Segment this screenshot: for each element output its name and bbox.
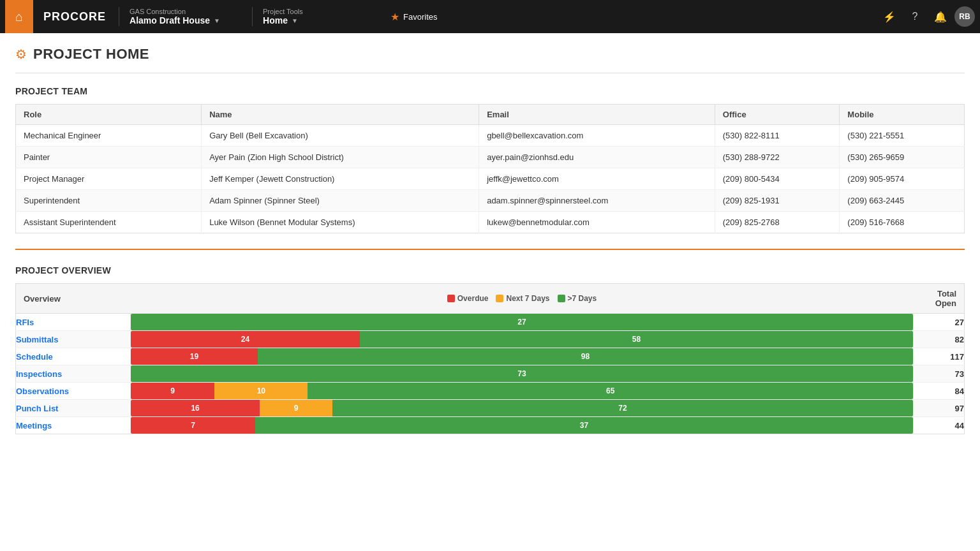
overview-row-label[interactable]: Punch List xyxy=(16,400,131,417)
bar-segment-yellow: 10 xyxy=(214,383,308,399)
bar-segment-green: 98 xyxy=(258,348,913,365)
power-icon-button[interactable]: ⚡ xyxy=(878,5,901,28)
page-title: PROJECT HOME xyxy=(33,46,149,62)
nav-divider-1 xyxy=(119,7,119,26)
overview-chart-header: Overdue Next 7 Days >7 Days xyxy=(131,284,914,314)
nav-right-actions: ⚡ ? 🔔 RB xyxy=(878,5,975,28)
section-orange-divider xyxy=(15,249,965,250)
team-header-row: Role Name Email Office Mobile xyxy=(16,105,965,125)
overview-row-label[interactable]: Inspections xyxy=(16,365,131,383)
team-cell-name: Adam Spinner (Spinner Steel) xyxy=(202,190,479,212)
title-divider xyxy=(15,73,965,73)
overview-table-body: RFIs2727Submittals245882Schedule1998117I… xyxy=(16,314,965,434)
overview-row-label[interactable]: RFIs xyxy=(16,314,131,331)
favorites-button[interactable]: ★ Favorites xyxy=(383,11,445,23)
team-cell-name: Jeff Kemper (Jewett Construction) xyxy=(202,168,479,190)
bar-segment-red: 16 xyxy=(131,400,260,416)
team-cell-role: Painter xyxy=(16,147,202,168)
overview-bar-cell: 73 xyxy=(131,365,914,383)
team-cell-name: Gary Bell (Bell Excavation) xyxy=(202,125,479,147)
overview-row: Inspections7373 xyxy=(16,365,965,383)
overview-col-header: Overview xyxy=(16,284,131,314)
notifications-icon-button[interactable]: 🔔 xyxy=(929,5,952,28)
legend-next7: Next 7 Days xyxy=(496,294,549,303)
favorites-label: Favorites xyxy=(403,12,437,22)
overview-row-total: 44 xyxy=(914,417,965,434)
overview-row-total: 73 xyxy=(914,365,965,383)
overview-row: RFIs2727 xyxy=(16,314,965,331)
tools-dropdown-arrow: ▼ xyxy=(292,17,298,24)
overview-row-total: 97 xyxy=(914,400,965,417)
home-button[interactable]: ⌂ xyxy=(5,0,33,33)
team-row: Assistant SuperintendentLuke Wilson (Ben… xyxy=(16,212,965,233)
col-mobile: Mobile xyxy=(840,105,965,125)
team-table-header: Role Name Email Office Mobile xyxy=(16,105,965,125)
help-icon-button[interactable]: ? xyxy=(903,5,926,28)
page-title-row: ⚙ PROJECT HOME xyxy=(15,46,965,62)
overview-bar-cell: 27 xyxy=(131,314,914,331)
bar-segment-green: 58 xyxy=(360,331,913,348)
legend-overdue: Overdue xyxy=(447,294,489,303)
col-name: Name xyxy=(202,105,479,125)
power-icon: ⚡ xyxy=(883,11,896,23)
bar-container: 27 xyxy=(131,314,913,330)
bar-segment-red: 24 xyxy=(131,331,360,348)
team-cell-name: Luke Wilson (Bennet Modular Systems) xyxy=(202,212,479,233)
bar-container: 91065 xyxy=(131,383,913,399)
overview-row-total: 27 xyxy=(914,314,965,331)
legend-next7-dot xyxy=(496,295,503,302)
bar-segment-green: 37 xyxy=(255,417,913,434)
team-table-body: Mechanical EngineerGary Bell (Bell Excav… xyxy=(16,125,965,233)
team-cell-mobile: (209) 516-7668 xyxy=(840,212,965,233)
gear-icon: ⚙ xyxy=(15,47,27,62)
overview-row-label[interactable]: Schedule xyxy=(16,348,131,365)
team-row: PainterAyer Pain (Zion High School Distr… xyxy=(16,147,965,168)
overview-row: Observations9106584 xyxy=(16,383,965,400)
team-cell-mobile: (530) 221-5551 xyxy=(840,125,965,147)
star-icon: ★ xyxy=(390,11,399,23)
bar-segment-red: 7 xyxy=(131,417,255,434)
team-cell-role: Mechanical Engineer xyxy=(16,125,202,147)
team-section-title: PROJECT TEAM xyxy=(15,86,965,96)
col-role: Role xyxy=(16,105,202,125)
team-cell-office: (209) 800-5434 xyxy=(715,168,840,190)
overview-bar-cell: 2458 xyxy=(131,331,914,348)
user-avatar[interactable]: RB xyxy=(954,6,975,27)
bar-container: 2458 xyxy=(131,331,913,348)
team-cell-office: (209) 825-1931 xyxy=(715,190,840,212)
legend-next7-label: Next 7 Days xyxy=(506,294,549,303)
overview-section-title: PROJECT OVERVIEW xyxy=(15,265,965,276)
team-cell-office: (530) 288-9722 xyxy=(715,147,840,168)
col-email: Email xyxy=(479,105,715,125)
project-tools-dropdown[interactable]: Project Tools Home ▼ xyxy=(255,5,383,28)
company-main-label: Alamo Draft House ▼ xyxy=(130,15,242,26)
overview-row-label[interactable]: Submittals xyxy=(16,331,131,348)
overview-header-row: Overview Overdue Next 7 Days xyxy=(16,284,965,314)
team-cell-mobile: (209) 905-9574 xyxy=(840,168,965,190)
bar-segment-red: 19 xyxy=(131,348,258,365)
bar-segment-green: 72 xyxy=(332,400,913,416)
team-row: SuperintendentAdam Spinner (Spinner Stee… xyxy=(16,190,965,212)
col-office: Office xyxy=(715,105,840,125)
overview-row-label[interactable]: Observations xyxy=(16,383,131,400)
project-overview-table: Overview Overdue Next 7 Days xyxy=(15,283,965,434)
overview-row-total: 117 xyxy=(914,348,965,365)
team-cell-email: gbell@bellexcavation.com xyxy=(479,125,715,147)
team-cell-role: Project Manager xyxy=(16,168,202,190)
team-cell-office: (209) 825-2768 xyxy=(715,212,840,233)
company-dropdown[interactable]: GAS Construction Alamo Draft House ▼ xyxy=(122,5,249,28)
top-navigation: ⌂ PROCORE GAS Construction Alamo Draft H… xyxy=(0,0,980,33)
team-cell-email: lukew@bennetmodular.com xyxy=(479,212,715,233)
overview-row-label[interactable]: Meetings xyxy=(16,417,131,434)
legend-gt7: >7 Days xyxy=(558,294,597,303)
team-cell-email: adam.spinner@spinnersteel.com xyxy=(479,190,715,212)
overview-bar-cell: 91065 xyxy=(131,383,914,400)
team-cell-email: jeffk@jewettco.com xyxy=(479,168,715,190)
overview-total-header: Total Open xyxy=(914,284,965,314)
team-cell-office: (530) 822-8111 xyxy=(715,125,840,147)
bar-segment-green: 27 xyxy=(131,314,913,330)
bar-segment-yellow: 9 xyxy=(260,400,332,416)
legend-gt7-label: >7 Days xyxy=(568,294,597,303)
overview-row: Punch List1697297 xyxy=(16,400,965,417)
overview-row: Schedule1998117 xyxy=(16,348,965,365)
